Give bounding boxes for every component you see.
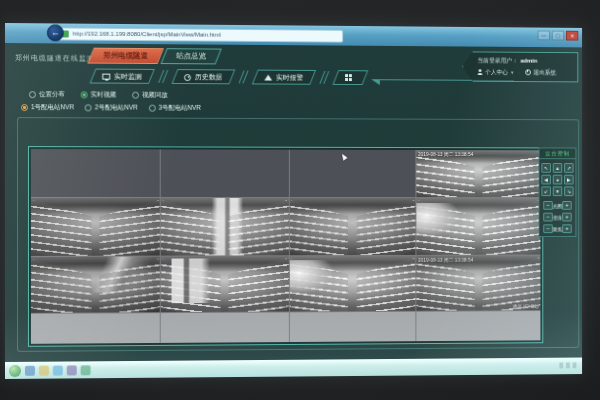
radio-icon [81,91,88,98]
zoom-control: − 变倍 + [539,213,575,222]
camera-channel-label: 通道 (CH01) [512,303,538,309]
zoom-label: 变倍 [553,214,562,220]
ptz-center-button[interactable]: ● [553,175,562,185]
nav-separator [239,70,248,83]
iris-plus-button[interactable]: + [562,201,571,210]
personal-center-link[interactable]: 个人中心 [485,68,508,77]
radio-nvr-3[interactable]: 3号配电站NVR [149,104,201,113]
iris-label: 光圈 [553,202,562,208]
taskbar-media-icon[interactable] [67,365,77,375]
camera-cell-11[interactable] [289,256,415,312]
ptz-direction-pad: ↖ ▲ ↗ ◀ ● ▶ ↙ ▼ ↘ [539,159,575,198]
ptz-up-left-button[interactable]: ↖ [541,163,550,173]
ptz-down-button[interactable]: ▼ [553,186,562,196]
ptz-down-right-button[interactable]: ↘ [564,186,573,196]
empty-slot [289,312,415,342]
empty-slot [31,313,160,344]
nav-item-more[interactable] [332,70,368,85]
zoom-out-button[interactable]: − [543,213,552,222]
person-icon [478,69,483,75]
focus-minus-button[interactable]: − [543,224,552,233]
empty-slot [161,312,288,342]
radio-icon [149,105,156,112]
radio-nvr-1[interactable]: 1号配电站NVR [21,103,74,112]
taskbar-app-icon[interactable] [53,365,63,375]
photo-background: ← http://192.168.1.199:8080/Client/jsp/M… [0,0,600,400]
radio-location-map[interactable]: 位置分布 [29,90,65,99]
camera-cell-8[interactable] [416,198,540,255]
nav-item-realtime-monitor[interactable]: 实时监测 [90,69,155,84]
chevron-down-icon: ▾ [511,69,513,75]
camera-timestamp: 2019-08-13 周二 13:38:54 [418,257,473,263]
ptz-left-button[interactable]: ◀ [541,175,550,185]
nav-item-history-data[interactable]: 历史数据 [172,69,236,84]
camera-cell-6[interactable] [161,198,288,256]
camera-grid: 2019-08-13 周二 13:38:54 2019-08-13 周二 13:… [31,149,540,344]
taskbar-browser-icon[interactable] [25,365,35,375]
windows-taskbar [5,358,582,379]
camera-cell-10[interactable] [161,256,288,312]
radio-video-playback[interactable]: 视频回放 [132,91,167,100]
user-panel: 当前登录用户： admin 个人中心 ▾ · 退出系统 [462,51,578,82]
nav-separator [159,70,168,83]
start-button[interactable] [9,364,21,376]
tab-bar: 郑州电缆隧道 站点总览 [91,48,219,65]
empty-slot [416,311,540,341]
camera-cell-2[interactable] [161,149,288,197]
focus-control: − 聚焦 + [539,224,575,233]
close-button[interactable]: ✕ [566,31,578,41]
camera-cell-4[interactable]: 2019-08-13 周二 13:38:54 [416,150,540,197]
monitoring-page: 郑州电缆隧道在线监测 郑州电缆隧道 站点总览 实时监测 [5,43,582,362]
iris-minus-button[interactable]: − [543,201,552,210]
username: admin [520,58,537,64]
view-mode-group: 位置分布 实时视频 视频回放 [29,90,168,100]
camera-timestamp: 2019-08-13 周二 13:38:54 [418,151,473,157]
camera-cell-7[interactable] [289,198,415,255]
ptz-up-button[interactable]: ▲ [553,163,562,173]
content-panel: 2019-08-13 周二 13:38:54 2019-08-13 周二 13:… [17,117,579,352]
logout-link[interactable]: 退出系统 [533,68,556,77]
ptz-panel: 云台控制 ↖ ▲ ↗ ◀ ● ▶ ↙ ▼ ↘ − 光圈 [539,147,577,237]
iris-control: − 光圈 + [539,201,575,210]
camera-cell-5[interactable] [31,198,160,256]
monitor-icon [102,73,110,79]
minimize-button[interactable]: — [538,30,550,40]
nav-separator [320,71,329,84]
ptz-down-left-button[interactable]: ↙ [541,186,550,196]
history-icon [184,73,191,80]
power-icon [525,69,531,75]
radio-icon [29,91,36,98]
camera-cell-1[interactable] [31,149,160,197]
camera-cell-9[interactable] [31,257,160,313]
nav-menu: 实时监测 历史数据 实时报警 [93,68,514,87]
ptz-up-right-button[interactable]: ↗ [564,163,573,173]
address-bar[interactable]: http://192.168.1.199:8080/Client/jsp/Mai… [57,27,343,42]
maximize-button[interactable]: ▢ [552,31,564,41]
monitor-screen: ← http://192.168.1.199:8080/Client/jsp/M… [5,23,582,379]
taskbar-folder-icon[interactable] [39,365,49,375]
ptz-right-button[interactable]: ▶ [564,175,573,185]
zoom-in-button[interactable]: + [562,213,571,222]
radio-live-video[interactable]: 实时视频 [81,90,117,99]
grid-icon [345,74,352,81]
camera-cell-12[interactable]: 2019-08-13 周二 13:38:54 通道 (CH01) [416,256,540,311]
radio-nvr-2[interactable]: 2号配电站NVR [85,103,138,112]
login-user-line: 当前登录用户： admin [478,54,575,66]
page-title: 郑州电缆隧道在线监测 [15,53,95,64]
tab-cable-tunnel[interactable]: 郑州电缆隧道 [87,48,164,64]
system-tray[interactable] [559,362,576,368]
radio-icon [21,104,28,111]
alarm-icon [265,74,273,80]
radio-icon [132,92,139,99]
nav-item-realtime-alarm[interactable]: 实时报警 [252,70,316,85]
focus-plus-button[interactable]: + [562,224,571,233]
camera-cell-3[interactable] [289,150,415,197]
tab-site-overview[interactable]: 站点总览 [160,48,221,64]
radio-icon [85,104,92,111]
focus-label: 聚焦 [553,226,562,232]
video-wall: 2019-08-13 周二 13:38:54 2019-08-13 周二 13:… [28,146,543,347]
taskbar-tool-icon[interactable] [81,365,91,375]
browser-back-button[interactable]: ← [47,24,64,41]
url-text: http://192.168.1.199:8080/Client/jsp/Mai… [73,31,221,38]
window-controls: — ▢ ✕ [538,30,579,40]
